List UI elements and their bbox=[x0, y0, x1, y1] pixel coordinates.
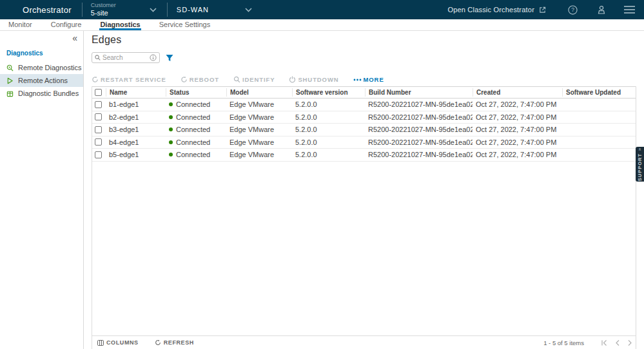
sidebar-item-label: Diagnostic Bundles bbox=[18, 90, 79, 97]
column-header-build-number[interactable]: Build Number bbox=[365, 88, 473, 97]
product-title: Orchestrator bbox=[23, 5, 72, 15]
cell-created: Oct 27, 2022, 7:47:00 PM bbox=[473, 126, 562, 133]
table-row[interactable]: b4-edge1 Connected Edge VMware 5.2.0.0 R… bbox=[92, 137, 636, 149]
first-page-icon[interactable] bbox=[601, 340, 607, 346]
more-button[interactable]: MORE bbox=[353, 76, 384, 83]
search-box bbox=[92, 52, 160, 63]
sidebar-item-remote-diagnostics[interactable]: Remote Diagnostics bbox=[0, 61, 83, 74]
table-row[interactable]: b5-edge1 Connected Edge VMware 5.2.0.0 R… bbox=[92, 149, 636, 162]
column-header-model[interactable]: Model bbox=[226, 88, 292, 97]
cell-status: Connected bbox=[166, 126, 226, 133]
shutdown-button[interactable]: SHUTDOWN bbox=[289, 76, 338, 83]
status-connected-dot bbox=[169, 140, 173, 144]
cell-status: Connected bbox=[166, 113, 226, 121]
user-icon[interactable] bbox=[597, 5, 606, 15]
filter-icon[interactable] bbox=[166, 54, 173, 62]
tab-monitor[interactable]: Monitor bbox=[8, 19, 33, 30]
info-icon[interactable] bbox=[150, 54, 157, 61]
sidebar: « Diagnostics Remote Diagnostics Remote … bbox=[0, 31, 84, 349]
grid-header-row: Name Status Model Software version Build… bbox=[92, 86, 636, 99]
status-connected-dot bbox=[169, 115, 173, 119]
table-row[interactable]: b3-edge1 Connected Edge VMware 5.2.0.0 R… bbox=[92, 124, 636, 137]
pagination: 1 - 5 of 5 items bbox=[543, 339, 632, 346]
row-checkbox[interactable] bbox=[95, 151, 102, 158]
cell-build-number: R5200-20221027-MN-95de1ea022 bbox=[365, 113, 473, 121]
main-nav-tabs: Monitor Configure Diagnostics Service Se… bbox=[0, 19, 644, 31]
cell-name: b4-edge1 bbox=[106, 138, 166, 146]
cell-created: Oct 27, 2022, 7:47:00 PM bbox=[473, 138, 562, 146]
column-header-status[interactable]: Status bbox=[166, 88, 226, 97]
top-bar: Orchestrator Customer 5-site SD-WAN Open… bbox=[0, 0, 644, 19]
search-icon bbox=[95, 55, 101, 61]
cell-model: Edge VMware bbox=[226, 138, 292, 146]
cell-software-version: 5.2.0.0 bbox=[292, 138, 365, 146]
select-all-cell bbox=[92, 88, 106, 97]
next-page-icon[interactable] bbox=[628, 340, 632, 346]
column-header-created[interactable]: Created bbox=[473, 88, 562, 97]
search-input[interactable] bbox=[102, 54, 150, 61]
support-panel-tab[interactable]: « SUPPORT bbox=[636, 147, 644, 182]
tab-configure[interactable]: Configure bbox=[50, 19, 83, 30]
cell-build-number: R5200-20221027-MN-95de1ea022 bbox=[365, 138, 473, 146]
reboot-button[interactable]: REBOOT bbox=[181, 76, 219, 83]
row-checkbox[interactable] bbox=[95, 101, 102, 108]
hamburger-menu-icon[interactable] bbox=[624, 6, 635, 14]
tab-service-settings[interactable]: Service Settings bbox=[159, 19, 211, 30]
diagnostic-bundles-icon bbox=[6, 90, 14, 97]
page-body: « Diagnostics Remote Diagnostics Remote … bbox=[0, 31, 644, 349]
status-connected-dot bbox=[169, 127, 173, 131]
sidebar-collapse-icon[interactable]: « bbox=[72, 33, 77, 43]
customer-selector[interactable]: Customer 5-site bbox=[91, 3, 116, 17]
cell-name: b3-edge1 bbox=[106, 126, 166, 133]
sidebar-item-diagnostic-bundles[interactable]: Diagnostic Bundles bbox=[0, 87, 83, 100]
row-checkbox[interactable] bbox=[95, 138, 102, 146]
svg-text:?: ? bbox=[571, 6, 574, 13]
cell-build-number: R5200-20221027-MN-95de1ea022 bbox=[365, 100, 473, 108]
refresh-button[interactable]: REFRESH bbox=[155, 339, 194, 346]
column-header-software-updated[interactable]: Software Updated bbox=[562, 88, 636, 97]
table-row[interactable]: b2-edge1 Connected Edge VMware 5.2.0.0 R… bbox=[92, 111, 636, 124]
support-tab-label: SUPPORT bbox=[637, 153, 643, 181]
topbar-actions: Open Classic Orchestrator ? bbox=[447, 5, 635, 15]
sidebar-section-title: Diagnostics bbox=[6, 50, 83, 57]
remote-actions-icon bbox=[6, 77, 14, 84]
cell-status: Connected bbox=[166, 151, 226, 158]
select-all-checkbox[interactable] bbox=[95, 89, 102, 96]
cell-created: Oct 27, 2022, 7:47:00 PM bbox=[473, 151, 562, 158]
identify-button[interactable]: IDENTIFY bbox=[233, 76, 275, 83]
grid-empty-area bbox=[92, 162, 636, 336]
cell-software-version: 5.2.0.0 bbox=[292, 126, 365, 133]
status-connected-dot bbox=[169, 153, 173, 156]
sidebar-item-label: Remote Actions bbox=[18, 77, 68, 84]
restart-service-button[interactable]: RESTART SERVICE bbox=[92, 76, 166, 83]
tab-diagnostics[interactable]: Diagnostics bbox=[99, 19, 141, 30]
table-row[interactable]: b1-edge1 Connected Edge VMware 5.2.0.0 R… bbox=[92, 99, 636, 111]
chevron-down-icon[interactable] bbox=[245, 8, 252, 12]
cell-model: Edge VMware bbox=[226, 100, 292, 108]
cell-name: b1-edge1 bbox=[106, 100, 166, 108]
row-checkbox[interactable] bbox=[95, 113, 102, 120]
cell-status: Connected bbox=[166, 100, 226, 108]
search-row bbox=[92, 52, 636, 63]
grid-action-toolbar: RESTART SERVICE REBOOT IDENTIFY SHUTDOWN… bbox=[92, 75, 636, 84]
cell-build-number: R5200-20221027-MN-95de1ea022 bbox=[365, 126, 473, 133]
row-checkbox[interactable] bbox=[95, 126, 102, 133]
cell-created: Oct 27, 2022, 7:47:00 PM bbox=[473, 113, 562, 121]
sidebar-item-remote-actions[interactable]: Remote Actions bbox=[0, 74, 83, 87]
customer-value: 5-site bbox=[91, 9, 116, 17]
sidebar-item-label: Remote Diagnostics bbox=[18, 64, 81, 71]
previous-page-icon[interactable] bbox=[616, 340, 620, 346]
topbar-divider bbox=[167, 3, 168, 17]
service-selector[interactable]: SD-WAN bbox=[177, 6, 209, 14]
page-title: Edges bbox=[92, 34, 636, 46]
columns-button[interactable]: COLUMNS bbox=[97, 339, 139, 346]
column-header-software-version[interactable]: Software version bbox=[292, 88, 365, 97]
open-classic-orchestrator-link[interactable]: Open Classic Orchestrator bbox=[447, 6, 546, 14]
column-header-name[interactable]: Name bbox=[106, 88, 166, 97]
external-link-icon bbox=[539, 6, 546, 14]
open-classic-label: Open Classic Orchestrator bbox=[447, 6, 534, 14]
chevron-down-icon[interactable] bbox=[150, 8, 157, 12]
cell-software-version: 5.2.0.0 bbox=[292, 151, 365, 158]
customer-label: Customer bbox=[91, 3, 116, 9]
help-icon[interactable]: ? bbox=[568, 5, 578, 15]
